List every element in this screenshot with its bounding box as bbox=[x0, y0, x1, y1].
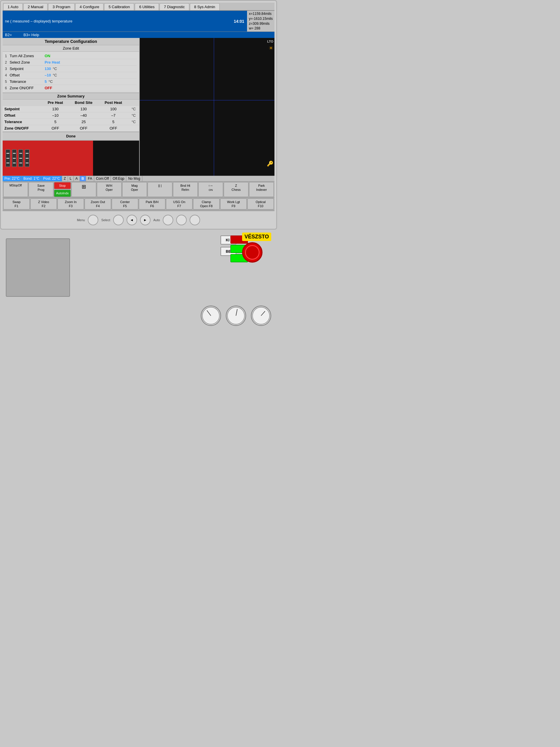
network-button[interactable]: ⊞ bbox=[72, 182, 96, 197]
wh-oper-button[interactable]: W/HOper bbox=[97, 182, 122, 197]
status-com: Com:Off bbox=[94, 176, 111, 181]
gauge-2 bbox=[226, 306, 246, 326]
summary-row-offset: Offset –10 –40 –7 °C bbox=[3, 112, 139, 119]
nav-tabs: 1 Auto 2 Manual 3 Program 4 Configure 5 … bbox=[3, 3, 274, 11]
zone-value-6[interactable]: OFF bbox=[45, 86, 52, 90]
auto-button[interactable] bbox=[163, 215, 173, 225]
crosshair-horizontal bbox=[140, 100, 274, 100]
tab-calibration[interactable]: 5 Calibration bbox=[104, 3, 134, 10]
summary-row-tolerance: Tolerance 5 25 5 °C bbox=[3, 119, 139, 125]
autoindx-button[interactable]: AutoIndx bbox=[54, 190, 71, 197]
tab-auto[interactable]: 1 Auto bbox=[3, 3, 23, 10]
z-chess-button[interactable]: ZChess bbox=[224, 182, 248, 197]
time-display: 14:01 bbox=[231, 11, 247, 31]
b3-label: B3= Help bbox=[24, 33, 39, 37]
extra-button-2[interactable] bbox=[190, 215, 200, 225]
estop-inner bbox=[245, 245, 260, 260]
done-button[interactable]: Done bbox=[3, 132, 139, 140]
tab-diagnostic[interactable]: 7 Diagnostic bbox=[160, 3, 189, 10]
zone-fields: 1 Turn All Zones ON 2 Select Zone Pre He… bbox=[3, 52, 139, 93]
zoomout-f4-button[interactable]: Zoom OutF4 bbox=[85, 199, 111, 210]
zone-value-4[interactable]: –10 bbox=[45, 73, 51, 77]
b-bar: B2= B3= Help bbox=[3, 32, 274, 38]
stop-button[interactable]: Stop bbox=[54, 182, 71, 189]
status-msg: No Msg bbox=[126, 176, 142, 181]
zone-value-5[interactable]: 5 bbox=[45, 79, 47, 84]
save-prog-button[interactable]: SaveProg bbox=[29, 182, 53, 197]
select-label: Select bbox=[101, 218, 110, 222]
status-bond: Bond: 1°C bbox=[22, 176, 42, 181]
menu-button[interactable] bbox=[88, 215, 98, 225]
work-lgt-f9-button[interactable]: Work LgtF9 bbox=[220, 199, 247, 210]
zone-row-2: 2 Select Zone Pre Heat bbox=[5, 59, 137, 66]
usg-on-f7-button[interactable]: USG OnF7 bbox=[166, 199, 192, 210]
extra-button-1[interactable] bbox=[176, 215, 187, 225]
slider-4 bbox=[25, 149, 29, 167]
zone-row-1: 1 Turn All Zones ON bbox=[5, 53, 137, 59]
z-arrows-button[interactable]: ↑↔ON bbox=[198, 182, 223, 197]
coordinates-display: x=1159.84mils y=-1610.15mils z=309.99mil… bbox=[247, 11, 274, 31]
sun-icon: ☀ bbox=[269, 45, 273, 51]
audio-button[interactable]: || | bbox=[148, 182, 172, 197]
red-area bbox=[3, 140, 93, 176]
auto-label: Auto bbox=[153, 218, 160, 222]
tab-utilities[interactable]: 6 Utilities bbox=[135, 3, 159, 10]
left-button[interactable]: ◄ bbox=[127, 215, 137, 225]
panel-title: Temperature Configuration bbox=[3, 38, 139, 45]
zoomin-f3-button[interactable]: Zoom InF3 bbox=[57, 199, 84, 210]
zone-row-4: 4 Offset –10 °C bbox=[5, 72, 137, 78]
crosshair-vertical bbox=[214, 38, 214, 176]
select-button[interactable] bbox=[113, 215, 124, 225]
gauges-row bbox=[201, 306, 271, 326]
gauge-1 bbox=[201, 306, 221, 326]
park-indexer-button[interactable]: ParkIndexer bbox=[249, 182, 274, 197]
park-bh-f6-button[interactable]: Park B/HF6 bbox=[139, 199, 165, 210]
control-panel: Menu Select ◄ ► Auto bbox=[3, 210, 274, 229]
status-ofl: Ofl:Eqp bbox=[111, 176, 126, 181]
monitor-bezel: 1 Auto 2 Manual 3 Program 4 Configure 5 … bbox=[0, 0, 277, 230]
center-f5-button[interactable]: CenterF5 bbox=[112, 199, 138, 210]
clamp-f8-button[interactable]: ClampOpen F8 bbox=[193, 199, 220, 210]
emergency-stop-button[interactable] bbox=[242, 242, 263, 263]
tab-sysadmin[interactable]: 8 Sys Admin bbox=[190, 3, 220, 10]
top-bar: ne ( measured – displayed) temperature 1… bbox=[3, 11, 274, 32]
button-row-1: MStopOff SaveProg Stop AutoIndx ⊞ W/HOpe… bbox=[3, 181, 274, 198]
menu-label: Menu bbox=[77, 218, 85, 222]
status-a: A bbox=[74, 176, 80, 181]
tab-configure[interactable]: 4 Configure bbox=[75, 3, 104, 10]
zone-value-2[interactable]: Pre Heat bbox=[45, 60, 60, 65]
camera-view: LTO ☀ 🔑 bbox=[140, 38, 274, 176]
zone-value-3[interactable]: 130 bbox=[45, 67, 51, 71]
key-icon: 🔑 bbox=[267, 160, 273, 167]
slider-2 bbox=[12, 149, 17, 167]
optical-f10-button[interactable]: OpticalF10 bbox=[247, 199, 274, 210]
bnd-ht-button[interactable]: Bnd HtRelrn bbox=[173, 182, 198, 197]
estop-label: VÉSZSTO bbox=[242, 233, 271, 241]
dark-area bbox=[93, 140, 139, 176]
summary-table: Pre Heat Bond Site Post Heat Setpoint 13… bbox=[3, 100, 139, 132]
mstopoff-button[interactable]: MStopOff bbox=[3, 182, 28, 197]
status-fa: FA bbox=[86, 176, 94, 181]
zone-value-1[interactable]: ON bbox=[45, 54, 50, 58]
message-bar: ne ( measured – displayed) temperature bbox=[3, 11, 231, 31]
tab-manual[interactable]: 2 Manual bbox=[23, 3, 48, 10]
slider-group bbox=[5, 149, 29, 167]
tab-program[interactable]: 3 Program bbox=[48, 3, 75, 10]
button-row-2: SwapF1 Z VideoF2 Zoom InF3 Zoom OutF4 Ce… bbox=[3, 198, 274, 211]
right-button[interactable]: ► bbox=[140, 215, 151, 225]
physical-equipment-panel: KI BE VÉSZSTO bbox=[0, 230, 277, 329]
left-panel: Temperature Configuration Zone Edit 1 Tu… bbox=[3, 38, 140, 176]
emergency-stop-area: VÉSZSTO bbox=[242, 233, 271, 263]
message-text: ne ( measured – displayed) temperature bbox=[5, 19, 72, 23]
swap-f1-button[interactable]: SwapF1 bbox=[3, 199, 30, 210]
zvideo-f2-button[interactable]: Z VideoF2 bbox=[30, 199, 57, 210]
left-bottom-area bbox=[3, 140, 139, 176]
screen: ne ( measured – displayed) temperature 1… bbox=[3, 11, 274, 210]
equipment-device bbox=[6, 238, 70, 297]
main-area: Temperature Configuration Zone Edit 1 Tu… bbox=[3, 38, 274, 176]
summary-row-onoff: Zone ON/OFF OFF OFF OFF bbox=[3, 125, 139, 132]
mag-oper-button[interactable]: MagOper bbox=[122, 182, 147, 197]
slider-1 bbox=[5, 149, 10, 167]
panel-subtitle: Zone Edit bbox=[3, 45, 139, 52]
status-l: L bbox=[68, 176, 74, 181]
